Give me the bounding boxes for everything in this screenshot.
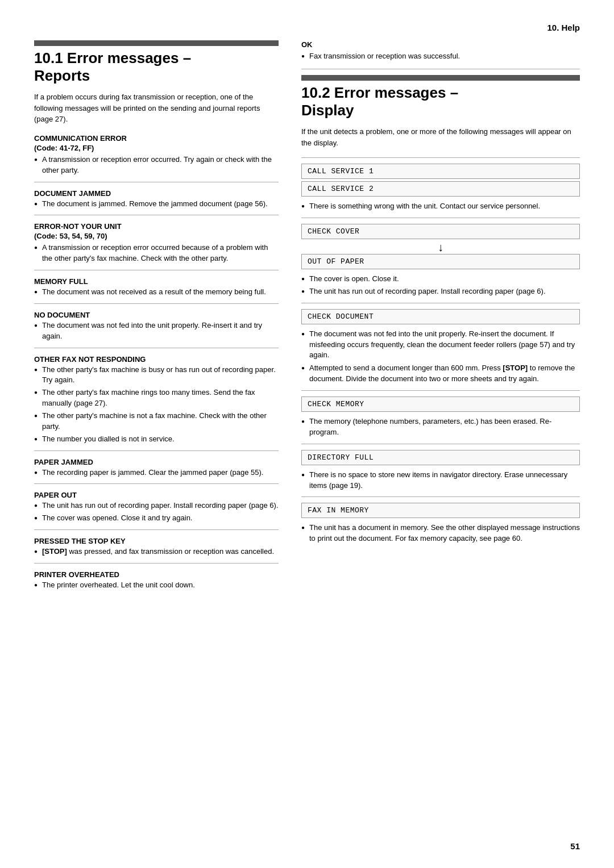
paper-jammed-bullet1: The recording paper is jammed. Clear the…	[34, 468, 279, 478]
divider8	[34, 529, 279, 530]
check-document-group: CHECK DOCUMENT The document was not fed …	[301, 309, 580, 385]
stop-key-heading: PRESSED THE STOP KEY	[34, 537, 279, 545]
other-fax-bullet4: The number you dialled is not in service…	[34, 434, 279, 445]
fax-in-memory-bullet1: The unit has a document in memory. See t…	[301, 523, 580, 544]
page-footer: 51	[570, 841, 580, 851]
doc-jammed-group: DOCUMENT JAMMED The document is jammed. …	[34, 189, 279, 210]
error-not-unit-bullet1: A transmission or reception error occurr…	[34, 243, 279, 264]
section2-bar	[301, 75, 580, 81]
comm-error-code: (Code: 41-72, FF)	[34, 144, 279, 152]
paper-out-group: PAPER OUT The unit has run out of record…	[34, 491, 279, 524]
right-column: OK Fax transmission or reception was suc…	[301, 40, 580, 595]
divider3	[34, 270, 279, 270]
check-cover-group: CHECK COVER ↓ OUT OF PAPER The cover is …	[301, 224, 580, 297]
fax-in-memory-boxes: FAX IN MEMORY	[301, 503, 580, 518]
section1-title: 10.1 Error messages –Reports	[34, 49, 279, 85]
doc-jammed-heading: DOCUMENT JAMMED	[34, 189, 279, 198]
divider-right0	[301, 69, 580, 69]
check-cover-bullet1: The cover is open. Close it.	[301, 274, 580, 285]
call-service-boxes: CALL SERVICE 1 CALL SERVICE 2	[301, 164, 580, 197]
paper-out-heading: PAPER OUT	[34, 491, 279, 499]
check-cover-boxes: CHECK COVER ↓ OUT OF PAPER	[301, 224, 580, 269]
check-document-box: CHECK DOCUMENT	[301, 309, 580, 324]
section2-intro: If the unit detects a problem, one or mo…	[301, 126, 580, 148]
divider-right4	[301, 390, 580, 391]
divider-right5	[301, 444, 580, 444]
left-column: 10.1 Error messages –Reports If a proble…	[34, 40, 279, 595]
section1-bar	[34, 40, 279, 46]
page-header: 10. Help	[34, 23, 580, 35]
divider6	[34, 450, 279, 451]
no-doc-bullet1: The document was not fed into the unit p…	[34, 320, 279, 342]
divider4	[34, 303, 279, 304]
divider9	[34, 563, 279, 564]
check-cover-bullet2: The unit has run out of recording paper.…	[301, 286, 580, 297]
error-not-unit-code: (Code: 53, 54, 59, 70)	[34, 232, 279, 240]
printer-overheat-bullet1: The printer overheated. Let the unit coo…	[34, 580, 279, 591]
paper-out-bullet2: The cover was opened. Close it and try a…	[34, 513, 279, 524]
stop-key-bullet1: [STOP] was pressed, and fax transmission…	[34, 546, 279, 557]
divider5	[34, 348, 279, 348]
other-fax-bullet1: The other party's fax machine is busy or…	[34, 365, 279, 386]
printer-overheat-group: PRINTER OVERHEATED The printer overheate…	[34, 570, 279, 591]
stop-key-group: PRESSED THE STOP KEY [STOP] was pressed,…	[34, 537, 279, 557]
no-doc-group: NO DOCUMENT The document was not fed int…	[34, 311, 279, 342]
paper-out-bullet1: The unit has run out of recording paper.…	[34, 500, 279, 511]
divider-right1	[301, 157, 580, 158]
page-container: 10. Help 10.1 Error messages –Reports If…	[0, 0, 614, 868]
directory-full-bullet1: There is no space to store new items in …	[301, 470, 580, 491]
check-memory-group: CHECK MEMORY The memory (telephone numbe…	[301, 397, 580, 438]
divider1	[34, 182, 279, 182]
doc-jammed-bullet1: The document is jammed. Remove the jamme…	[34, 199, 279, 210]
other-fax-bullet2: The other party's fax machine rings too …	[34, 387, 279, 409]
paper-jammed-heading: PAPER JAMMED	[34, 458, 279, 466]
check-memory-bullet1: The memory (telephone numbers, parameter…	[301, 416, 580, 438]
two-column-layout: 10.1 Error messages –Reports If a proble…	[34, 40, 580, 595]
other-fax-bullet3: The other party's machine is not a fax m…	[34, 411, 279, 432]
ok-bullet1: Fax transmission or reception was succes…	[301, 51, 580, 62]
memory-full-bullet1: The document was not received as a resul…	[34, 287, 279, 298]
arrow-down-icon: ↓	[301, 241, 580, 253]
ok-label: OK	[301, 40, 580, 49]
comm-error-group: COMMUNICATION ERROR (Code: 41-72, FF) A …	[34, 134, 279, 176]
section1-intro: If a problem occurs during fax transmiss…	[34, 91, 279, 125]
directory-full-box: DIRECTORY FULL	[301, 450, 580, 465]
divider-right2	[301, 218, 580, 218]
fax-in-memory-group: FAX IN MEMORY The unit has a document in…	[301, 503, 580, 544]
check-document-boxes: CHECK DOCUMENT	[301, 309, 580, 324]
check-memory-box: CHECK MEMORY	[301, 397, 580, 412]
call-service-1-box: CALL SERVICE 1	[301, 164, 580, 179]
divider-right6	[301, 496, 580, 497]
section2-number: 10.2	[301, 84, 330, 101]
error-not-unit-heading: ERROR-NOT YOUR UNIT	[34, 222, 279, 231]
call-service-group: CALL SERVICE 1 CALL SERVICE 2 There is s…	[301, 164, 580, 212]
other-fax-group: OTHER FAX NOT RESPONDING The other party…	[34, 355, 279, 445]
fax-in-memory-box: FAX IN MEMORY	[301, 503, 580, 518]
error-not-unit-group: ERROR-NOT YOUR UNIT (Code: 53, 54, 59, 7…	[34, 222, 279, 264]
section1-number: 10.1	[34, 49, 63, 66]
check-memory-boxes: CHECK MEMORY	[301, 397, 580, 412]
printer-overheat-heading: PRINTER OVERHEATED	[34, 570, 279, 579]
call-service-2-box: CALL SERVICE 2	[301, 181, 580, 197]
call-service-bullet1: There is something wrong with the unit. …	[301, 201, 580, 212]
check-cover-box: CHECK COVER	[301, 224, 580, 239]
page-number: 51	[570, 841, 580, 851]
directory-full-group: DIRECTORY FULL There is no space to stor…	[301, 450, 580, 491]
out-of-paper-box: OUT OF PAPER	[301, 254, 580, 269]
memory-full-group: MEMORY FULL The document was not receive…	[34, 277, 279, 298]
memory-full-heading: MEMORY FULL	[34, 277, 279, 286]
comm-error-heading: COMMUNICATION ERROR	[34, 134, 279, 143]
directory-full-boxes: DIRECTORY FULL	[301, 450, 580, 465]
other-fax-heading: OTHER FAX NOT RESPONDING	[34, 355, 279, 364]
divider7	[34, 483, 279, 484]
chapter-title: 10. Help	[547, 23, 580, 32]
paper-jammed-group: PAPER JAMMED The recording paper is jamm…	[34, 458, 279, 478]
check-document-bullet1: The document was not fed into the unit p…	[301, 329, 580, 361]
comm-error-bullet1: A transmission or reception error occurr…	[34, 155, 279, 176]
no-doc-heading: NO DOCUMENT	[34, 311, 279, 319]
ok-group: OK Fax transmission or reception was suc…	[301, 40, 580, 62]
section2-title: 10.2 Error messages –Display	[301, 84, 580, 119]
check-document-bullet2: Attempted to send a document longer than…	[301, 363, 580, 385]
divider-right3	[301, 303, 580, 303]
divider2	[34, 215, 279, 215]
